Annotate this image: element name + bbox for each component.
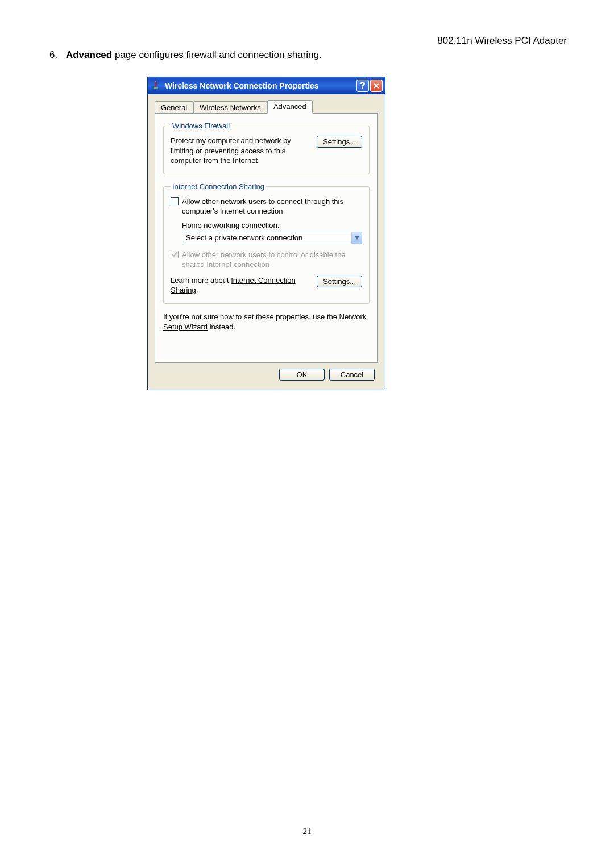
tab-advanced[interactable]: Advanced [267, 100, 313, 114]
tab-general[interactable]: General [155, 101, 193, 114]
label-home-networking: Home networking connection: [182, 221, 362, 229]
dropdown-value: Select a private network connection [182, 232, 351, 244]
ics-settings-button[interactable]: Settings... [317, 276, 362, 287]
instruction-line: 6. Advanced page configures firewall and… [49, 49, 322, 61]
wireless-icon [151, 81, 161, 91]
dropdown-home-networking[interactable]: Select a private network connection [182, 232, 362, 244]
ok-button[interactable]: OK [279, 369, 325, 381]
tab-panel-advanced: Windows Firewall Protect my computer and… [155, 113, 378, 363]
label-allow-connect: Allow other network users to connect thr… [182, 197, 362, 216]
checkbox-allow-connect[interactable] [171, 197, 179, 205]
close-icon: ✕ [373, 81, 380, 90]
close-button[interactable]: ✕ [370, 80, 383, 92]
dialog-title: Wireless Network Connection Properties [165, 81, 355, 90]
cancel-button[interactable]: Cancel [329, 369, 375, 381]
document-header: 802.11n Wireless PCI Adapter [437, 35, 567, 47]
legend-ics: Internet Connection Sharing [171, 182, 266, 191]
wizard-help-text: If you're not sure how to set these prop… [163, 312, 370, 332]
page-number: 21 [0, 827, 614, 836]
step-description: page configures firewall and connection … [112, 49, 322, 60]
step-number: 6. [49, 49, 57, 60]
label-allow-control: Allow other network users to control or … [182, 250, 362, 270]
svg-rect-0 [155, 82, 156, 87]
firewall-description: Protect my computer and network by limit… [171, 136, 317, 166]
svg-rect-1 [154, 87, 158, 89]
firewall-settings-button[interactable]: Settings... [317, 136, 362, 148]
group-windows-firewall: Windows Firewall Protect my computer and… [163, 122, 370, 174]
svg-point-2 [155, 81, 156, 82]
chevron-down-icon [351, 232, 362, 244]
dialog-body: General Wireless Networks Advanced Windo… [148, 94, 385, 390]
group-ics: Internet Connection Sharing Allow other … [163, 182, 370, 304]
learn-more-text: Learn more about Internet Connection Sha… [171, 276, 317, 295]
help-button[interactable]: ? [356, 80, 369, 92]
legend-windows-firewall: Windows Firewall [171, 122, 231, 130]
titlebar[interactable]: Wireless Network Connection Properties ?… [148, 77, 385, 94]
properties-dialog: Wireless Network Connection Properties ?… [147, 77, 385, 390]
step-keyword: Advanced [66, 49, 112, 60]
help-icon: ? [360, 81, 366, 91]
tab-strip: General Wireless Networks Advanced [155, 100, 378, 114]
checkbox-allow-control [171, 251, 179, 258]
svg-marker-3 [355, 236, 359, 240]
dialog-button-row: OK Cancel [155, 363, 378, 383]
tab-wireless-networks[interactable]: Wireless Networks [193, 101, 267, 114]
